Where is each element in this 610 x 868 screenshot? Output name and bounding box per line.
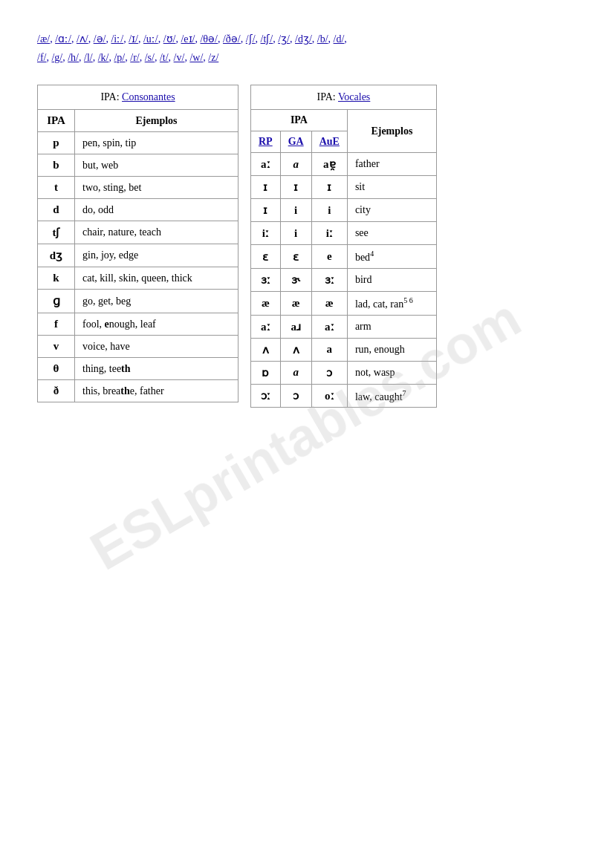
consonantes-link[interactable]: Consonantes: [122, 91, 175, 102]
aue-link[interactable]: AuE: [319, 136, 340, 147]
table-row: ɪ i i city: [251, 199, 437, 222]
vocales-link[interactable]: Vocales: [338, 91, 370, 102]
v-ex-bed: bed4: [347, 245, 436, 269]
vocales-header-ejemplos: Ejemplos: [347, 110, 436, 153]
v-ex-law: law, caught7: [347, 384, 436, 408]
ipa-link-ae[interactable]: /æ/: [37, 33, 50, 45]
ipa-link-p[interactable]: /p/: [114, 52, 125, 63]
table-row: p pen, spin, tip: [38, 132, 239, 154]
ipa-p: p: [38, 132, 75, 154]
ipa-link-ezh[interactable]: /ʒ/: [278, 33, 290, 45]
ipa-link-w[interactable]: /w/: [189, 52, 203, 63]
ipa-link-ei[interactable]: /eɪ/: [181, 33, 195, 45]
v-aue-law: oː: [311, 384, 347, 408]
ipa-link-g[interactable]: /g/: [51, 52, 62, 63]
ejemplos-b: but, web: [75, 154, 239, 177]
ipa-b: b: [38, 154, 75, 177]
ipa-link-h[interactable]: /h/: [68, 52, 79, 63]
ejemplos-k: cat, kill, skin, queen, thick: [75, 267, 239, 290]
table-row: f fool, enough, leaf: [38, 313, 239, 336]
ipa-link-upsilon[interactable]: /ʊ/: [163, 33, 176, 45]
table-row: iː i iː see: [251, 222, 437, 245]
ipa-f: f: [38, 313, 75, 336]
table-row: ð this, breathe, father: [38, 380, 239, 402]
table-row: k cat, kill, skin, queen, thick: [38, 267, 239, 290]
table-row: aː a aɐ̯ father: [251, 153, 437, 176]
v-aue-lad: æ: [311, 292, 347, 316]
v-aue-run: a: [311, 338, 347, 361]
table-row: t two, sting, bet: [38, 177, 239, 199]
ipa-link-dezh[interactable]: /dʒ/: [295, 33, 312, 45]
v-aue-sit: ɪ: [311, 176, 347, 199]
v-ex-bird: bird: [347, 269, 436, 292]
v-rp-arm: aː: [251, 315, 281, 338]
table-row: æ æ æ lad, cat, ran5 6: [251, 292, 437, 316]
vocales-header-rp: RP: [251, 131, 281, 153]
v-ex-arm: arm: [347, 315, 436, 338]
v-rp-run: ʌ: [251, 338, 281, 361]
ipa-link-l[interactable]: /l/: [84, 52, 93, 63]
v-rp-lad: æ: [251, 292, 281, 316]
ipa-theta: θ: [38, 358, 75, 380]
v-ga-city: i: [280, 199, 311, 222]
table-row: dʒ gin, joy, edge: [38, 244, 239, 267]
ipa-link-schwa[interactable]: /ə/: [94, 33, 106, 45]
ejemplos-p: pen, spin, tip: [75, 132, 239, 154]
ejemplos-dz: gin, joy, edge: [75, 244, 239, 267]
v-ex-city: city: [347, 199, 436, 222]
table-row: ɡ go, get, beg: [38, 290, 239, 313]
ejemplos-theta: thing, teeth: [75, 358, 239, 380]
table-row: tʃ chair, nature, teach: [38, 221, 239, 244]
ipa-link-tesh[interactable]: /tʃ/: [261, 33, 273, 45]
ipa-link-f[interactable]: /f/: [37, 52, 46, 63]
v-rp-father: aː: [251, 153, 281, 176]
vocales-header-aue: AuE: [311, 131, 347, 153]
table-row: ɜː ɝ ɜː bird: [251, 269, 437, 292]
vocales-header-ga: GA: [280, 131, 311, 153]
v-ex-not: not, wasp: [347, 361, 436, 384]
v-aue-father: aɐ̯: [311, 153, 347, 176]
v-aue-arm: aː: [311, 315, 347, 338]
table-row: θ thing, teeth: [38, 358, 239, 380]
v-rp-city: ɪ: [251, 199, 281, 222]
ejemplos-g: go, get, beg: [75, 290, 239, 313]
ipa-link-v[interactable]: /v/: [174, 52, 185, 63]
ga-link[interactable]: GA: [288, 136, 304, 147]
table-row: ɛ ɛ e bed4: [251, 245, 437, 269]
ipa-link-esh[interactable]: /ʃ/: [246, 33, 256, 45]
v-ex-father: father: [347, 153, 436, 176]
ipa-link-t[interactable]: /t/: [160, 52, 169, 63]
consonantes-header-ejemplos: Ejemplos: [75, 110, 239, 132]
rp-link[interactable]: RP: [259, 136, 273, 147]
table-row: v voice, have: [38, 336, 239, 358]
ipa-link-d[interactable]: /d/: [334, 33, 345, 45]
consonantes-table: IPA: Consonantes IPA Ejemplos p pen, spi…: [37, 85, 239, 402]
ipa-link-b[interactable]: /b/: [317, 33, 328, 45]
v-ga-arm: aɹ: [280, 315, 311, 338]
ipa-link-z[interactable]: /z/: [208, 52, 218, 63]
v-ga-not: a: [280, 361, 311, 384]
v-aue-see: iː: [311, 222, 347, 245]
ejemplos-f: fool, enough, leaf: [75, 313, 239, 336]
ipa-dz: dʒ: [38, 244, 75, 267]
consonantes-title: IPA: Consonantes: [38, 85, 239, 110]
ipa-link-eth-schwa[interactable]: /ðə/: [223, 33, 241, 45]
ipa-v: v: [38, 336, 75, 358]
v-ga-see: i: [280, 222, 311, 245]
ipa-link-small-i[interactable]: /ɪ/: [129, 33, 138, 45]
ipa-link-caret[interactable]: /ʌ/: [77, 33, 88, 45]
ipa-link-uu[interactable]: /uː/: [143, 33, 158, 45]
vocales-header-ipa: IPA: [251, 110, 348, 131]
v-rp-see: iː: [251, 222, 281, 245]
ipa-link-r[interactable]: /r/: [130, 52, 139, 63]
ipa-link-aa[interactable]: /ɑː/: [55, 33, 71, 45]
v-aue-not: ɔ: [311, 361, 347, 384]
ipa-link-s[interactable]: /s/: [145, 52, 155, 63]
ipa-t: t: [38, 177, 75, 199]
ipa-link-ii[interactable]: /iː/: [111, 33, 123, 45]
v-ex-lad: lad, cat, ran5 6: [347, 292, 436, 316]
v-ga-law: ɔ: [280, 384, 311, 408]
ipa-link-k[interactable]: /k/: [98, 52, 109, 63]
ipa-link-theta-schwa[interactable]: /θə/: [200, 33, 218, 45]
v-ga-sit: ɪ: [280, 176, 311, 199]
